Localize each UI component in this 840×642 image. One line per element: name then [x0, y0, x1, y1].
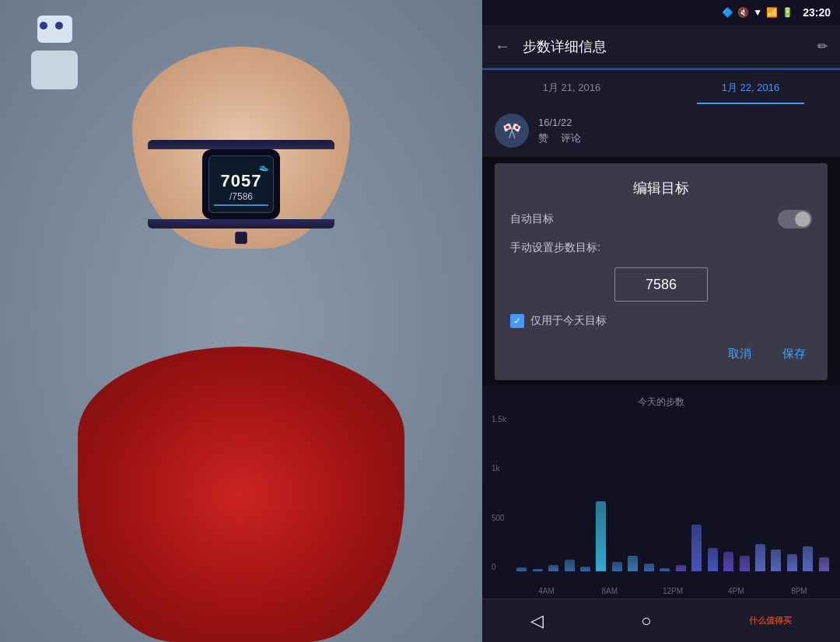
toggle-knob: [795, 211, 810, 227]
modal-overlay: 编辑目标 自动目标 手动设置步数目标: 7586 ✓ 仅用于今天目标: [482, 157, 840, 386]
bar-group: [769, 415, 782, 571]
bar: [771, 550, 781, 571]
wifi-icon: ▼: [753, 7, 762, 18]
today-only-label: 仅用于今天目标: [530, 314, 607, 328]
fitness-band: 👟 7057 /7586: [148, 140, 334, 247]
bar-group: [658, 415, 671, 571]
bar-group: [690, 415, 703, 571]
bar: [723, 552, 733, 571]
y-label-1: 1.5k: [492, 415, 506, 424]
user-date: 16/1/22: [538, 117, 828, 128]
y-label-2: 1k: [492, 464, 506, 473]
nav-home-button[interactable]: ○: [635, 605, 657, 637]
dialog-title: 编辑目标: [510, 179, 812, 197]
status-icons: 🔷 🔇 ▼ 📶 🔋: [722, 7, 793, 18]
avatar-emoji: 🎌: [502, 121, 522, 140]
bar: [628, 556, 638, 571]
x-label: 8AM: [578, 587, 641, 595]
bar-group: [547, 415, 560, 571]
bar-group: [754, 415, 767, 571]
auto-goal-toggle[interactable]: [778, 210, 812, 229]
top-bar: ← 步数详细信息 ✏: [482, 25, 840, 68]
chart-bars: [515, 415, 831, 587]
check-mark: ✓: [513, 316, 521, 326]
bar-group: [705, 415, 719, 571]
toy-body: [31, 51, 78, 89]
step-goal-value: 7586: [646, 277, 677, 293]
bar: [660, 568, 670, 571]
nav-bar: ◁ ○ 什么值得买: [482, 598, 840, 642]
bar-group: [642, 415, 656, 571]
date-tab-prev[interactable]: 1月 21, 2016: [482, 71, 661, 104]
bar: [755, 544, 765, 571]
bar-group: [737, 415, 751, 571]
step-goal-label: 手动设置步数目标:: [510, 241, 600, 255]
bar: [612, 562, 622, 571]
avatar: 🎌: [495, 113, 529, 148]
bar-group: [801, 415, 814, 571]
bar-group: [786, 415, 799, 571]
auto-goal-row: 自动目标: [510, 210, 812, 229]
step-goal-input[interactable]: 7586: [614, 267, 708, 302]
like-button[interactable]: 赞: [538, 131, 548, 145]
bar: [740, 556, 750, 571]
mute-icon: 🔇: [737, 7, 749, 18]
y-label-3: 500: [492, 514, 506, 522]
cancel-button[interactable]: 取消: [722, 344, 758, 365]
chart-area: 今天的步数 1.5k 1k 500 0 4AM8AM12PM4PM8PM: [482, 386, 840, 598]
band-steps-goal: /7586: [214, 191, 268, 206]
date-tab-current[interactable]: 1月 22, 2016: [661, 71, 840, 104]
bar-group: [817, 415, 831, 571]
page-title: 步数详细信息: [523, 37, 817, 56]
chart-container: 1.5k 1k 500 0: [492, 415, 831, 587]
auto-goal-label: 自动目标: [510, 212, 554, 226]
band-strap-top: [148, 140, 334, 149]
y-label-4: 0: [492, 563, 506, 571]
nav-back-button[interactable]: ◁: [524, 605, 550, 637]
photo-background: 👟 7057 /7586: [0, 0, 482, 642]
user-actions: 赞 评论: [538, 131, 828, 145]
bar-group: [611, 415, 624, 571]
x-label: 4AM: [515, 587, 578, 595]
bar: [708, 548, 718, 571]
bar: [565, 560, 575, 571]
app-panel: 🔷 🔇 ▼ 📶 🔋 23:20 ← 步数详细信息 ✏ 1月 21, 2016 1…: [482, 0, 840, 642]
band-device: 👟 7057 /7586: [202, 149, 280, 219]
bar: [787, 554, 797, 571]
bar-group: [674, 415, 688, 571]
status-time: 23:20: [803, 6, 831, 19]
user-meta: 16/1/22 赞 评论: [538, 117, 828, 145]
date-tab-prev-label: 1月 21, 2016: [543, 82, 600, 93]
x-label: 4PM: [705, 587, 768, 595]
step-goal-label-row: 手动设置步数目标:: [510, 241, 812, 255]
bar-group: [626, 415, 639, 571]
back-button[interactable]: ←: [495, 37, 510, 55]
bar-group: [530, 415, 544, 571]
save-button[interactable]: 保存: [776, 344, 812, 365]
bar: [580, 567, 590, 571]
hand: 👟 7057 /7586: [132, 47, 350, 249]
date-tabs: 1月 21, 2016 1月 22, 2016: [482, 70, 840, 104]
band-steps-current: 7057: [214, 173, 268, 190]
comment-button[interactable]: 评论: [561, 131, 581, 145]
band-screen: 👟 7057 /7586: [208, 155, 274, 213]
signal-icon: 📶: [766, 7, 778, 18]
bar: [676, 565, 686, 571]
bar: [644, 563, 654, 571]
toy-eye-right: [55, 22, 63, 30]
x-label: 12PM: [641, 587, 704, 595]
toy-decoration: [16, 16, 93, 93]
chart-y-labels: 1.5k 1k 500 0: [492, 415, 506, 571]
nav-logo: 什么值得买: [743, 609, 798, 633]
edit-button[interactable]: ✏: [817, 39, 828, 54]
today-only-row: ✓ 仅用于今天目标: [510, 314, 812, 328]
today-only-checkbox[interactable]: ✓: [510, 314, 524, 328]
bar: [533, 569, 543, 571]
bar-group: [594, 415, 607, 571]
dialog-buttons: 取消 保存: [510, 344, 812, 365]
chart-x-labels: 4AM8AM12PM4PM8PM: [515, 587, 831, 598]
bar: [596, 501, 606, 571]
bar: [803, 546, 813, 571]
bar: [819, 557, 829, 571]
edit-goal-dialog: 编辑目标 自动目标 手动设置步数目标: 7586 ✓ 仅用于今天目标: [495, 163, 828, 380]
